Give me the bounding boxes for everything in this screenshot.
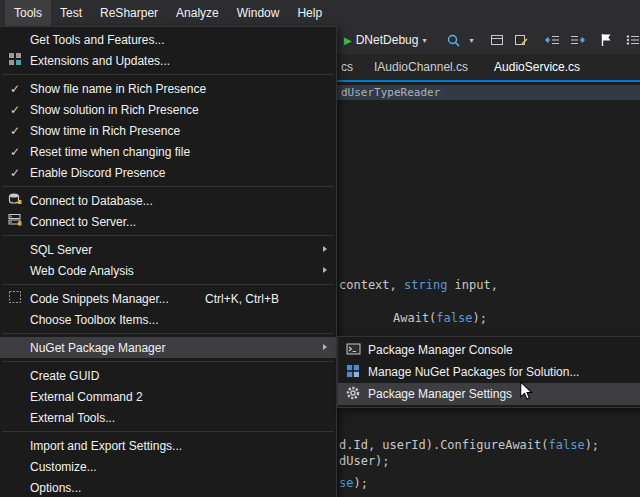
code-keyword: false (436, 311, 472, 325)
menubar-item-test[interactable]: Test (51, 0, 91, 26)
submenu-item-manage-nuget-packages[interactable]: Manage NuGet Packages for Solution... (338, 361, 640, 383)
bookmark-flag-icon[interactable] (599, 32, 613, 48)
search-dropdown-button[interactable]: ▾ (442, 33, 473, 48)
menu-item-label: Connect to Server... (30, 215, 330, 229)
menu-item-label: Code Snippets Manager... (30, 292, 205, 306)
submenu-arrow-icon (323, 344, 327, 350)
menu-item-show-solution[interactable]: ✓ Show solution in Rich Presence (0, 99, 336, 120)
editor-region-band: dUserTypeReader (337, 85, 640, 100)
menu-item-connect-to-database[interactable]: Connect to Database... (0, 190, 336, 211)
menu-item-reset-time[interactable]: ✓ Reset time when changing file (0, 141, 336, 162)
submenu-item-package-manager-console[interactable]: Package Manager Console (338, 339, 640, 361)
menu-item-choose-toolbox-items[interactable]: Choose Toolbox Items... (0, 309, 336, 330)
menu-item-enable-discord-presence[interactable]: ✓ Enable Discord Presence (0, 162, 336, 183)
menu-item-show-file-name[interactable]: ✓ Show file name in Rich Presence (0, 78, 336, 99)
menu-separator (2, 235, 334, 236)
code-text: d.Id, userId).ConfigureAwait( (339, 438, 549, 452)
menu-item-show-time[interactable]: ✓ Show time in Rich Presence (0, 120, 336, 141)
check-icon: ✓ (10, 145, 20, 159)
server-icon (8, 213, 22, 230)
console-icon (346, 342, 361, 359)
menu-item-label: Connect to Database... (30, 194, 330, 208)
menu-separator (2, 74, 334, 75)
code-keyword: se (339, 476, 353, 490)
code-snippets-icon (8, 290, 22, 307)
document-tab-iaudiochannel[interactable]: IAudioChannel.cs (361, 54, 481, 80)
check-icon: ✓ (10, 166, 20, 180)
submenu-item-package-manager-settings[interactable]: Package Manager Settings (338, 383, 640, 405)
code-text: Await( (393, 311, 436, 325)
start-debug-control[interactable]: ▶ DNetDebug ▾ (344, 33, 426, 47)
menubar-item-tools[interactable]: Tools (5, 0, 51, 26)
magnifier-icon[interactable] (446, 33, 461, 48)
nuget-package-icon (346, 364, 360, 381)
code-text: dUser); (339, 454, 390, 468)
menu-separator (2, 284, 334, 285)
menu-item-options[interactable]: Options... (0, 477, 336, 497)
bulleted-list-icon[interactable] (625, 32, 640, 48)
code-line: Await(false); (393, 311, 487, 326)
chevron-down-icon[interactable]: ▾ (422, 36, 426, 45)
menu-item-label: Options... (30, 481, 330, 495)
code-line: se); (339, 476, 368, 491)
menu-item-external-command-2[interactable]: External Command 2 (0, 386, 336, 407)
submenu-item-label: Package Manager Settings (368, 387, 512, 401)
submenu-arrow-icon (323, 267, 327, 273)
code-line: d.Id, userId).ConfigureAwait(false); (339, 438, 599, 453)
menubar-item-window[interactable]: Window (228, 0, 289, 26)
menu-item-label: Show file name in Rich Presence (30, 82, 330, 96)
window-edit-icon[interactable] (513, 32, 529, 48)
menu-item-get-tools-and-features[interactable]: Get Tools and Features... (0, 29, 336, 50)
start-debug-icon[interactable]: ▶ (344, 35, 352, 46)
active-tab-indicator (337, 80, 640, 82)
submenu-item-label: Manage NuGet Packages for Solution... (368, 365, 579, 379)
check-icon: ✓ (10, 82, 20, 96)
menu-item-connect-to-server[interactable]: Connect to Server... (0, 211, 336, 232)
code-text: input, (447, 278, 498, 292)
extensions-icon (8, 52, 22, 69)
menu-item-label: Web Code Analysis (30, 264, 330, 278)
menu-item-label: Reset time when changing file (30, 145, 330, 159)
menu-item-label: Show time in Rich Presence (30, 124, 330, 138)
menu-item-label: Create GUID (30, 369, 330, 383)
menu-bar: Tools Test ReSharper Analyze Window Help (0, 0, 640, 26)
menu-item-label: Extensions and Updates... (30, 54, 330, 68)
menu-item-create-guid[interactable]: Create GUID (0, 365, 336, 386)
code-text: ); (353, 476, 367, 490)
menubar-item-resharper[interactable]: ReSharper (91, 0, 167, 26)
code-text: context, (339, 278, 404, 292)
menu-item-label: Show solution in Rich Presence (30, 103, 330, 117)
menu-item-customize[interactable]: Customize... (0, 456, 336, 477)
document-tab[interactable]: cs (337, 54, 361, 80)
debug-target-label[interactable]: DNetDebug (356, 33, 419, 47)
menu-item-label: External Tools... (30, 411, 330, 425)
menubar-item-help[interactable]: Help (288, 0, 331, 26)
code-keyword: string (404, 278, 447, 292)
menu-item-extensions-and-updates[interactable]: Extensions and Updates... (0, 50, 336, 71)
window-icon[interactable] (489, 32, 505, 48)
menu-separator (2, 361, 334, 362)
menu-item-import-export-settings[interactable]: Import and Export Settings... (0, 435, 336, 456)
move-right-icon[interactable] (569, 32, 585, 48)
menu-item-code-snippets-manager[interactable]: Code Snippets Manager... Ctrl+K, Ctrl+B (0, 288, 336, 309)
mouse-cursor (519, 381, 533, 404)
menu-separator (2, 431, 334, 432)
code-line: dUser); (339, 454, 390, 469)
menu-item-external-tools[interactable]: External Tools... (0, 407, 336, 428)
document-tab-audioservice[interactable]: AudioService.cs (481, 54, 593, 80)
document-tab-strip: cs IAudioChannel.cs AudioService.cs (337, 54, 640, 80)
menu-item-label: Choose Toolbox Items... (30, 313, 330, 327)
code-keyword: false (549, 438, 585, 452)
nuget-submenu: Package Manager Console Manage NuGet Pac… (337, 336, 640, 408)
menu-item-sql-server[interactable]: SQL Server (0, 239, 336, 260)
menu-item-nuget-package-manager[interactable]: NuGet Package Manager (0, 337, 336, 358)
chevron-down-icon[interactable]: ▾ (469, 36, 473, 45)
menu-item-web-code-analysis[interactable]: Web Code Analysis (0, 260, 336, 281)
menu-separator (2, 333, 334, 334)
check-icon: ✓ (10, 124, 20, 138)
menubar-item-analyze[interactable]: Analyze (167, 0, 228, 26)
database-icon (8, 192, 22, 209)
code-line: context, string input, (339, 278, 498, 293)
submenu-arrow-icon (323, 246, 327, 252)
move-left-icon[interactable] (545, 32, 561, 48)
